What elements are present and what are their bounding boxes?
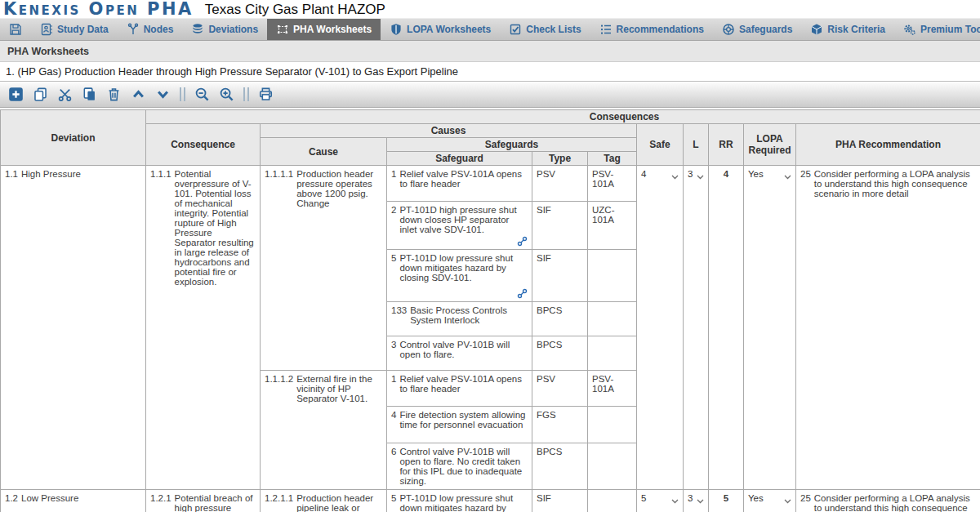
col-header-cause: Cause xyxy=(261,138,387,166)
recommendations-icon xyxy=(599,23,612,36)
risk-criteria-icon xyxy=(810,23,823,36)
document-title: Texas City Gas Plant HAZOP xyxy=(205,2,385,18)
link-icon[interactable] xyxy=(517,288,528,299)
nav-label: Nodes xyxy=(144,24,174,35)
safeguard-tag-cell[interactable] xyxy=(588,407,637,443)
safe-select[interactable]: 5 xyxy=(637,490,684,512)
col-header-tag: Tag xyxy=(588,152,637,166)
pha-worksheets-icon xyxy=(276,23,289,36)
safeguard-type-cell[interactable]: SIF xyxy=(532,250,588,302)
toolbar-separator xyxy=(180,87,185,101)
nav-label: Deviations xyxy=(208,24,258,35)
add-icon[interactable] xyxy=(8,87,24,102)
safeguard-type-cell[interactable]: BPCS xyxy=(532,443,588,490)
nav-lopa-worksheets[interactable]: LOPA Worksheets xyxy=(381,19,500,40)
chevron-down-icon xyxy=(784,496,791,505)
nav-label: LOPA Worksheets xyxy=(407,24,491,35)
col-group-causes: Causes xyxy=(261,124,637,138)
consequence-cell[interactable]: 1.1.1Potential overpressure of V-101. Po… xyxy=(146,166,261,490)
cause-cell[interactable]: 1.1.1.2External fire in the vicinity of … xyxy=(261,371,387,490)
safeguard-cell[interactable]: 133Basic Process Controls System Interlo… xyxy=(387,302,532,336)
deviations-icon xyxy=(191,23,204,36)
lopa-required-select[interactable]: Yes xyxy=(744,166,796,490)
safeguard-type-cell[interactable]: SIF xyxy=(532,202,588,250)
nav-label: Premium Tools xyxy=(920,24,980,35)
safeguard-cell[interactable]: 3Control valve PV-101B will open to flar… xyxy=(387,336,532,371)
safeguard-tag-cell[interactable] xyxy=(588,250,637,302)
save-button[interactable] xyxy=(0,19,31,40)
deviation-cell[interactable]: 1.1High Pressure xyxy=(1,166,146,490)
toolbar-separator xyxy=(243,87,249,101)
safeguard-type-cell[interactable]: BPCS xyxy=(532,336,588,371)
copy-icon[interactable] xyxy=(33,87,48,102)
safeguard-cell[interactable]: 1Relief valve PSV-101A opens to flare he… xyxy=(387,166,532,202)
nav-recommendations[interactable]: Recommendations xyxy=(590,19,713,40)
safeguard-tag-cell[interactable]: PSV-101A xyxy=(588,166,637,202)
link-icon[interactable] xyxy=(517,236,528,247)
safeguard-cell[interactable]: 2PT-101D high pressure shut down closes … xyxy=(387,202,532,250)
consequence-cell[interactable]: 1.2.1Potential breach of high pressure xyxy=(146,490,261,512)
safeguard-cell[interactable]: 5PT-101D low pressure shut down mitigate… xyxy=(387,250,532,302)
risk-rank-cell: 5 xyxy=(709,490,744,512)
col-header-consequence: Consequence xyxy=(146,124,261,166)
lopa-worksheets-icon xyxy=(390,23,403,36)
nodes-icon xyxy=(127,23,140,36)
safeguard-type-cell[interactable]: PSV xyxy=(532,166,588,202)
section-header: PHA Worksheets xyxy=(0,41,980,62)
col-header-rr: RR xyxy=(709,124,744,166)
nav-nodes[interactable]: Nodes xyxy=(118,19,183,40)
print-icon[interactable] xyxy=(258,87,274,102)
col-header-safeguard: Safeguard xyxy=(387,152,532,166)
zoom-out-icon[interactable] xyxy=(194,87,210,102)
nav-label: Risk Criteria xyxy=(827,24,885,35)
safeguard-cell[interactable]: 1Relief valve PSV-101A opens to flare he… xyxy=(387,371,532,407)
safeguard-type-cell[interactable]: SIF xyxy=(532,490,588,512)
nav-premium-tools[interactable]: Premium Tools xyxy=(894,19,980,40)
col-group-safeguards: Safeguards xyxy=(387,138,637,152)
deviation-cell[interactable]: 1.2Low Pressure xyxy=(1,490,146,512)
nav-label: Safeguards xyxy=(739,24,792,35)
nav-risk-criteria[interactable]: Risk Criteria xyxy=(801,19,894,40)
col-header-deviation: Deviation xyxy=(1,110,146,166)
safe-select[interactable]: 4 xyxy=(637,166,684,490)
safeguard-type-cell[interactable]: PSV xyxy=(532,371,588,407)
col-group-consequences: Consequences xyxy=(146,110,980,124)
worksheet-toolbar xyxy=(0,82,980,108)
nav-safeguards[interactable]: Safeguards xyxy=(713,19,801,40)
safeguard-cell[interactable]: 5PT-101D low pressure shut down mitigate… xyxy=(387,490,532,512)
nav-label: Recommendations xyxy=(617,24,704,35)
safeguard-tag-cell[interactable] xyxy=(588,302,637,336)
nav-label: PHA Worksheets xyxy=(293,24,372,35)
nav-check-lists[interactable]: Check Lists xyxy=(500,19,590,40)
safeguard-tag-cell[interactable] xyxy=(588,443,637,490)
node-selector[interactable]: 1. (HP Gas) Production Header through Hi… xyxy=(0,62,980,82)
cause-cell[interactable]: 1.1.1.1Production header pressure operat… xyxy=(261,166,387,371)
likelihood-select[interactable]: 3 xyxy=(684,490,709,512)
safeguard-tag-cell[interactable] xyxy=(588,336,637,371)
lopa-required-select[interactable]: Yes xyxy=(744,490,796,512)
main-nav: Study Data Nodes Deviations PHA Workshee… xyxy=(0,18,980,41)
cause-cell[interactable]: 1.2.1.1Production header pipeline leak o… xyxy=(261,490,387,512)
safeguard-tag-cell[interactable]: UZC-101A xyxy=(588,202,637,250)
nav-study-data[interactable]: Study Data xyxy=(31,19,118,40)
zoom-in-icon[interactable] xyxy=(219,87,234,102)
safeguard-cell[interactable]: 4Fire detection system allowing time for… xyxy=(387,407,532,443)
safeguard-type-cell[interactable]: FGS xyxy=(532,407,588,443)
nav-label: Check Lists xyxy=(526,24,581,35)
safeguard-tag-cell[interactable]: PSV-101A xyxy=(588,371,637,407)
recommendation-cell[interactable]: 25Consider performing a LOPA analysis to… xyxy=(796,166,980,490)
chevron-down-icon xyxy=(697,171,704,181)
nav-pha-worksheets[interactable]: PHA Worksheets xyxy=(267,19,381,40)
page-title: PHA Worksheets xyxy=(7,46,89,57)
move-up-icon[interactable] xyxy=(131,87,146,102)
likelihood-select[interactable]: 3 xyxy=(684,166,709,490)
safeguard-type-cell[interactable]: BPCS xyxy=(532,302,588,336)
recommendation-cell[interactable]: 25Consider performing a LOPA analysis to… xyxy=(796,490,980,512)
delete-icon[interactable] xyxy=(106,87,122,102)
paste-icon[interactable] xyxy=(82,87,97,102)
nav-deviations[interactable]: Deviations xyxy=(182,19,267,40)
safeguard-tag-cell[interactable] xyxy=(588,490,637,512)
move-down-icon[interactable] xyxy=(155,87,171,102)
cut-icon[interactable] xyxy=(57,87,73,102)
safeguard-cell[interactable]: 6Control valve PV-101B will open to flar… xyxy=(387,443,532,490)
